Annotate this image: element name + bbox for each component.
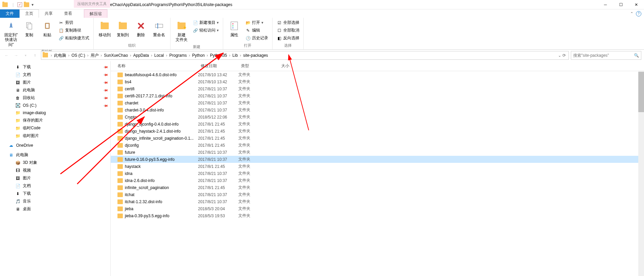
chevron-right-icon[interactable]: › [188, 53, 191, 58]
breadcrumb-item[interactable]: SunXueChao [103, 53, 129, 58]
chevron-right-icon[interactable]: › [100, 53, 103, 58]
table-row[interactable]: jieba-0.39-py3.5.egg-info2018/5/3 19:53文… [111, 212, 644, 219]
chevron-right-icon[interactable]: › [229, 53, 231, 58]
help-icon[interactable]: ? [636, 11, 641, 16]
breadcrumb-dropdown[interactable]: ⌄ [558, 53, 561, 58]
sidebar-item[interactable]: ⬇下载📌 [0, 63, 110, 71]
copy-button[interactable]: 复制 [21, 19, 38, 39]
table-row[interactable]: certifi2017/8/21 10:37文件夹 [111, 85, 644, 92]
qat-item[interactable] [23, 1, 30, 8]
table-row[interactable]: infinite_scroll_pagination2017/8/1 21:45… [111, 184, 644, 191]
edit-button[interactable]: ✎编辑 [244, 27, 269, 34]
rename-button[interactable]: 重命名 [151, 19, 167, 39]
chevron-right-icon[interactable]: › [50, 53, 53, 58]
sidebar-item[interactable]: 📁临时图片 [0, 132, 110, 140]
close-button[interactable]: ✕ [629, 0, 644, 9]
paste-shortcut-button[interactable]: 🔗粘贴快捷方式 [57, 35, 91, 42]
sidebar-onedrive[interactable]: ☁OneDrive [0, 142, 110, 149]
scrollbar[interactable] [638, 71, 644, 276]
tab-share[interactable]: 共享 [39, 9, 58, 18]
sidebar-item[interactable]: 💽OS (C:)📌 [0, 102, 110, 109]
breadcrumb-item[interactable]: AppData [132, 53, 150, 58]
sidebar-item[interactable]: 🖥桌面 [0, 205, 110, 213]
breadcrumb-item[interactable]: site-packages [242, 53, 269, 58]
table-row[interactable]: itchat2017/8/21 10:37文件夹 [111, 191, 644, 198]
chevron-right-icon[interactable]: › [129, 53, 132, 58]
sidebar-item[interactable]: 📁临时Code [0, 124, 110, 132]
table-row[interactable]: chardet2017/8/21 10:37文件夹 [111, 99, 644, 106]
chevron-right-icon[interactable]: › [67, 53, 70, 58]
qat-checkbox[interactable]: ✓ [17, 2, 22, 7]
breadcrumb-item[interactable]: 此电脑 [53, 53, 67, 58]
maximize-button[interactable]: ☐ [613, 0, 629, 9]
breadcrumb-item[interactable]: OS (C:) [70, 53, 87, 58]
moveto-button[interactable]: 移动到 [96, 19, 113, 39]
breadcrumb-item[interactable]: Python35 [209, 53, 229, 58]
paste-button[interactable]: 粘贴 [39, 19, 56, 39]
table-row[interactable]: django_djconfig-0.4.0.dist-info2017/8/1 … [111, 121, 644, 128]
tab-file[interactable]: 文件 [0, 9, 19, 18]
select-all-button[interactable]: ☑全部选择 [275, 19, 301, 26]
search-input[interactable] [573, 53, 634, 58]
sidebar-item[interactable]: ⬇下载 [0, 190, 110, 197]
invert-button[interactable]: ◧反向选择 [275, 35, 301, 42]
recent-dropdown[interactable]: ▾ [21, 51, 30, 59]
tab-extract[interactable]: 解压缩 [84, 9, 107, 18]
breadcrumb-item[interactable]: Programs [168, 53, 188, 58]
table-row[interactable]: certifi-2017.7.27.1.dist-info2017/8/21 1… [111, 92, 644, 99]
sidebar-item[interactable]: 🎵音乐 [0, 197, 110, 205]
delete-button[interactable]: 删除 [133, 19, 149, 39]
open-button[interactable]: 📂打开▾ [244, 19, 269, 26]
new-folder-button[interactable]: ✦新建 文件夹 [173, 19, 190, 44]
table-row[interactable]: future2017/8/21 10:37文件夹 [111, 149, 644, 156]
table-row[interactable]: django_infinite_scroll_pagination-0.1...… [111, 135, 644, 142]
breadcrumb-item[interactable]: Python [191, 53, 206, 58]
header-date[interactable]: 修改日期 [198, 62, 238, 70]
up-button[interactable]: ↑ [31, 51, 39, 59]
table-row[interactable]: future-0.16.0-py3.5.egg-info2017/8/21 10… [111, 156, 644, 163]
sidebar-item[interactable]: 🗑回收站📌 [0, 94, 110, 102]
refresh-icon[interactable]: ⟳ [562, 53, 566, 58]
navigation-pane[interactable]: ⬇下载📌📄文档📌🖼图片📌🖥此电脑📌🗑回收站📌💽OS (C:)📌📁image-di… [0, 61, 111, 276]
table-row[interactable]: haystack2017/8/1 21:45文件夹 [111, 163, 644, 170]
table-row[interactable]: Crypto2018/5/12 22:06文件夹 [111, 113, 644, 121]
back-button[interactable]: ← [3, 51, 11, 59]
search-box[interactable]: 🔍 [571, 51, 641, 60]
sidebar-item[interactable]: 🖥此电脑📌 [0, 86, 110, 94]
sidebar-item[interactable]: 🎞视频 [0, 167, 110, 174]
breadcrumb-item[interactable]: Local [153, 53, 165, 58]
chevron-right-icon[interactable]: › [87, 53, 89, 58]
table-row[interactable]: idna2017/8/21 10:37文件夹 [111, 170, 644, 177]
table-row[interactable]: chardet-3.0.4.dist-info2017/8/21 10:37文件… [111, 106, 644, 113]
copy-path-button[interactable]: 📋复制路径 [57, 27, 91, 34]
table-row[interactable]: jieba2018/5/3 20:04文件夹 [111, 205, 644, 212]
scrollbar-thumb[interactable] [638, 72, 644, 112]
table-row[interactable]: itchat-1.2.32.dist-info2017/8/21 10:37文件… [111, 198, 644, 205]
sidebar-item[interactable]: 🖼图片 [0, 174, 110, 182]
sidebar-thispc[interactable]: 🖥此电脑 [0, 151, 110, 159]
table-row[interactable]: djconfig2017/8/1 21:45文件夹 [111, 142, 644, 149]
sidebar-item[interactable]: 🖼图片📌 [0, 79, 110, 86]
table-row[interactable]: beautifulsoup4-4.6.0.dist-info2017/8/10 … [111, 71, 644, 78]
table-row[interactable]: bs42017/8/10 13:42文件夹 [111, 78, 644, 85]
breadcrumb[interactable]: › 此电脑›OS (C:)›用户›SunXueChao›AppData›Loca… [41, 51, 569, 60]
search-icon[interactable]: 🔍 [634, 53, 639, 58]
collapse-ribbon-icon[interactable]: ⌃ [630, 11, 633, 16]
qat-dropdown[interactable]: ▾ [31, 1, 34, 8]
new-item-button[interactable]: 📄新建项目▾ [191, 19, 220, 26]
sidebar-item[interactable]: 📄文档 [0, 182, 110, 190]
copyto-button[interactable]: 复制到 [114, 19, 131, 39]
sidebar-item[interactable]: 📁image-dialog [0, 109, 110, 117]
properties-button[interactable]: 属性 [226, 19, 243, 39]
header-type[interactable]: 类型 [238, 62, 279, 70]
cut-button[interactable]: ✂剪切 [57, 19, 91, 26]
chevron-right-icon[interactable]: › [206, 53, 209, 58]
tab-view[interactable]: 查看 [58, 9, 78, 18]
header-name[interactable]: 名称 [111, 62, 198, 70]
table-row[interactable]: idna-2.6.dist-info2017/8/21 10:37文件夹 [111, 177, 644, 184]
tab-home[interactable]: 主页 [19, 9, 39, 18]
minimize-button[interactable]: ─ [598, 0, 613, 9]
history-button[interactable]: 🕑历史记录 [244, 35, 269, 42]
sidebar-item[interactable]: 📄文档📌 [0, 71, 110, 79]
sidebar-item[interactable]: 📦3D 对象 [0, 159, 110, 167]
